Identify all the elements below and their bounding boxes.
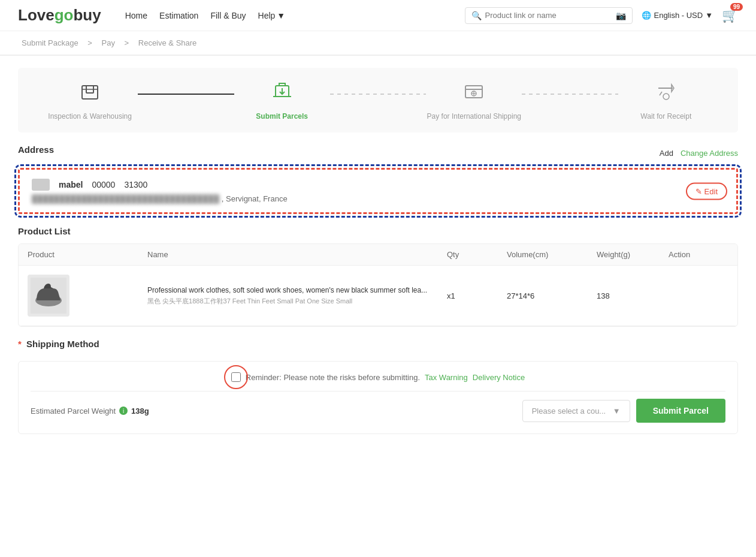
address-zip2: 31300: [124, 180, 147, 189]
step-inspection-label: Inspection & Warehousing: [48, 112, 132, 121]
language-selector[interactable]: 🌐 English - USD ▼: [642, 11, 713, 20]
logo-buy: buy: [73, 6, 101, 24]
receipt-icon: [655, 80, 678, 107]
step-submit-label: Submit Parcels: [256, 112, 308, 121]
submit-icon: [271, 80, 294, 107]
breadcrumb-receive-share: Receive & Share: [138, 38, 197, 47]
cart-badge: 99: [730, 3, 743, 11]
breadcrumb: Submit Package > Pay > Receive & Share: [0, 31, 756, 55]
nav-fill-buy[interactable]: Fill & Buy: [210, 11, 246, 20]
delivery-notice-link[interactable]: Delivery Notice: [473, 373, 525, 382]
reminder-text: Reminder: Please note the risks before s…: [246, 373, 420, 382]
chevron-down-icon: ▼: [613, 407, 621, 416]
address-zip1: 00000: [92, 180, 115, 189]
product-name-cell: Professional work clothes, soft soled wo…: [147, 286, 447, 306]
product-weight: 138: [597, 291, 669, 300]
chevron-down-icon: ▼: [705, 11, 713, 20]
edit-address-button[interactable]: ✎ Edit: [686, 182, 727, 200]
reminder-checkbox[interactable]: [231, 372, 241, 382]
estimated-weight: Estimated Parcel Weight i 138g: [31, 407, 149, 416]
svg-point-9: [663, 94, 669, 100]
address-header: Address Add Change Address: [18, 144, 738, 162]
language-label: English - USD: [654, 11, 703, 20]
address-links: Add Change Address: [660, 149, 738, 158]
header: Lovegobuy Home Estimation Fill & Buy Hel…: [0, 0, 756, 31]
address-name: mabel: [59, 180, 83, 189]
reminder-box: Reminder: Please note the risks before s…: [18, 361, 738, 434]
col-name: Name: [147, 250, 447, 259]
estimated-label: Estimated Parcel Weight: [31, 407, 116, 416]
logo-love: Love: [18, 6, 55, 24]
address-detail-row: ██████████████████████████████████ , Ser…: [32, 194, 724, 203]
pay-icon: [462, 80, 485, 107]
step-pay: Pay for International Shipping: [426, 80, 522, 121]
product-list-section: Product List Product Name Qty Volume(cm)…: [18, 226, 738, 327]
address-box: mabel 00000 31300 ██████████████████████…: [18, 168, 738, 214]
bottom-right: Please select a cou... ▼ Submit Parcel: [522, 399, 725, 423]
edit-icon: ✎: [695, 186, 702, 195]
logo-go: go: [55, 6, 74, 24]
address-title: Address: [18, 144, 54, 155]
nav-help[interactable]: Help ▼: [258, 11, 286, 20]
step-wait: Wait for Receipt: [618, 80, 714, 121]
connector-3: [522, 94, 618, 95]
col-action: Action: [669, 250, 728, 259]
table-header: Product Name Qty Volume(cm) Weight(g) Ac…: [19, 244, 737, 266]
breadcrumb-separator-1: >: [87, 38, 94, 47]
breadcrumb-pay: Pay: [102, 38, 115, 47]
connector-1: [138, 94, 234, 95]
table-row: Professional work clothes, soft soled wo…: [19, 266, 737, 326]
breadcrumb-submit-package: Submit Package: [22, 38, 78, 47]
reminder-checkbox-wrap: [231, 372, 241, 382]
steps-container: Inspection & Warehousing Submit Parcels: [18, 68, 738, 133]
main-nav: Home Estimation Fill & Buy Help ▼: [125, 11, 286, 20]
product-qty: x1: [447, 291, 507, 300]
cart-button[interactable]: 🛒 99: [722, 8, 738, 23]
address-city-country: , Servignat, France: [222, 194, 288, 203]
required-star: *: [18, 339, 22, 349]
content-area: Address Add Change Address mabel 00000 3…: [0, 144, 756, 458]
shipping-title: * Shipping Method: [18, 339, 738, 349]
country-placeholder: Please select a cou...: [532, 407, 606, 416]
logo[interactable]: Lovegobuy: [18, 6, 101, 25]
country-select[interactable]: Please select a cou... ▼: [522, 400, 630, 422]
breadcrumb-separator-2: >: [125, 38, 131, 47]
product-desc-text: 黑色 尖头平底1888工作鞋37 Feet Thin Feet Small Pa…: [147, 297, 447, 306]
nav-estimation[interactable]: Estimation: [159, 11, 198, 20]
address-avatar: [32, 179, 50, 191]
step-wait-label: Wait for Receipt: [640, 112, 691, 121]
step-inspection: Inspection & Warehousing: [42, 80, 138, 121]
camera-icon[interactable]: 📷: [616, 11, 626, 20]
col-weight: Weight(g): [597, 250, 669, 259]
col-product: Product: [28, 250, 147, 259]
nav-home[interactable]: Home: [125, 11, 147, 20]
address-blurred: ██████████████████████████████████: [32, 194, 219, 203]
step-submit: Submit Parcels: [234, 80, 330, 121]
product-image: [28, 275, 69, 317]
bottom-bar: Estimated Parcel Weight i 138g Please se…: [31, 391, 725, 423]
change-address-link[interactable]: Change Address: [681, 149, 738, 158]
search-input[interactable]: [485, 11, 613, 20]
search-icon: 🔍: [471, 11, 482, 20]
col-volume: Volume(cm): [507, 250, 597, 259]
col-qty: Qty: [447, 250, 507, 259]
weight-value: 138g: [131, 407, 149, 416]
product-volume: 27*14*6: [507, 291, 597, 300]
chevron-down-icon: ▼: [277, 11, 285, 20]
product-table: Product Name Qty Volume(cm) Weight(g) Ac…: [18, 243, 738, 327]
search-box[interactable]: 🔍 📷: [465, 7, 633, 24]
address-name-row: mabel 00000 31300: [32, 179, 724, 191]
product-name-text: Professional work clothes, soft soled wo…: [147, 286, 447, 294]
add-address-link[interactable]: Add: [660, 149, 673, 158]
warehouse-icon: [78, 80, 101, 107]
submit-parcel-button[interactable]: Submit Parcel: [636, 399, 725, 423]
globe-icon: 🌐: [642, 11, 651, 20]
info-icon: i: [119, 407, 128, 415]
shipping-section: * Shipping Method: [18, 339, 738, 349]
tax-warning-link[interactable]: Tax Warning: [425, 373, 468, 382]
product-cell: [28, 275, 147, 317]
reminder-row: Reminder: Please note the risks before s…: [31, 372, 725, 382]
step-pay-label: Pay for International Shipping: [427, 112, 521, 121]
connector-2: [330, 94, 426, 95]
header-right: 🔍 📷 🌐 English - USD ▼ 🛒 99: [465, 7, 738, 24]
